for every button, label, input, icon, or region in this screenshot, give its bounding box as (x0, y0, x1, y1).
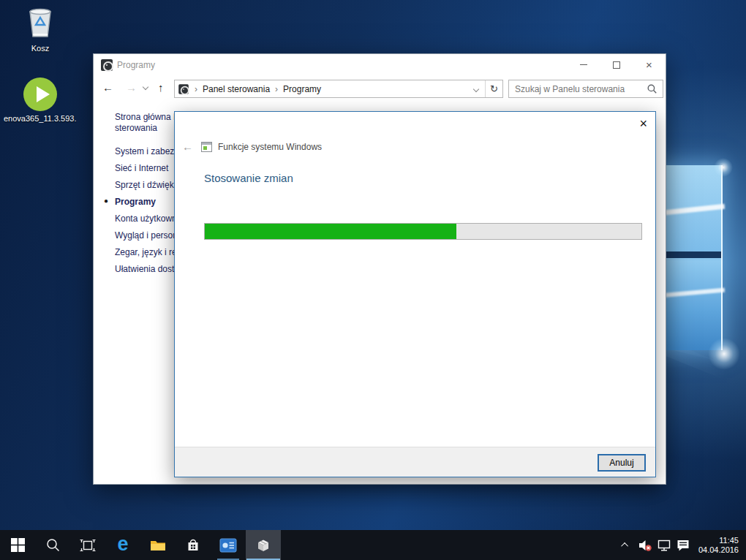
taskbar-enova365-button[interactable] (211, 530, 246, 560)
control-panel-icon (178, 84, 189, 94)
history-dropdown-icon[interactable] (143, 84, 148, 90)
desktop-icon-recycle-bin[interactable]: Kosz (4, 6, 77, 53)
edge-icon: e (117, 534, 128, 554)
system-tray: 11:45 04.04.2016 (617, 530, 746, 560)
clock-time: 11:45 (698, 536, 739, 545)
taskbar-search-button[interactable] (35, 530, 70, 560)
maximize-button[interactable] (600, 54, 633, 75)
sidebar-item-network[interactable]: Sieć i Internet (115, 163, 168, 173)
maximize-icon (613, 61, 620, 69)
breadcrumb-separator-icon: › (195, 84, 197, 94)
sidebar-item-programs[interactable]: ● Programy (115, 197, 156, 207)
volume-button[interactable] (636, 530, 655, 560)
windows-features-dialog: × ← Funkcje systemu Windows Stosowanie z… (174, 111, 656, 477)
title-bar[interactable]: Programy × (94, 54, 666, 76)
sidebar-item-hardware[interactable]: Sprzęt i dźwięk (115, 180, 174, 190)
search-input[interactable] (509, 84, 647, 94)
close-button[interactable]: × (633, 54, 666, 75)
breadcrumb-separator-icon: › (275, 84, 278, 94)
dialog-back-button[interactable]: ← (182, 140, 193, 153)
network-button[interactable] (655, 530, 674, 560)
taskbar-file-explorer-button[interactable] (140, 530, 176, 560)
windows-logo-icon (11, 538, 25, 552)
progress-bar (204, 223, 642, 240)
desktop-icon-label: enova365_11.3.593... (4, 114, 77, 123)
desktop-icon-enova365[interactable]: enova365_11.3.593... (4, 77, 77, 123)
forward-button[interactable]: → (126, 81, 137, 94)
address-bar-controls: ↻ (467, 80, 502, 97)
progress-bar-fill (205, 224, 456, 239)
up-button[interactable]: ↑ (158, 81, 164, 94)
breadcrumb-programy[interactable]: Programy (283, 84, 321, 94)
start-button[interactable] (0, 530, 35, 560)
active-bullet-icon: ● (104, 197, 108, 205)
minimize-icon (580, 64, 587, 65)
tray-expand-button[interactable] (617, 530, 636, 560)
caption-buttons: × (567, 54, 666, 75)
recycle-bin-icon (23, 6, 57, 39)
task-view-icon (80, 539, 96, 552)
search-icon[interactable] (647, 84, 657, 94)
windows-installer-icon (255, 537, 271, 553)
pane-corner-glow (708, 338, 740, 370)
taskbar: e (0, 530, 746, 560)
dialog-close-button[interactable]: × (639, 117, 647, 130)
taskbar-clock[interactable]: 11:45 04.04.2016 (693, 536, 746, 555)
minimize-button[interactable] (567, 54, 600, 75)
taskbar-store-button[interactable] (176, 530, 211, 560)
search-box (508, 80, 663, 98)
pane-corner-glow (714, 158, 733, 177)
play-icon (23, 77, 57, 111)
dialog-header: ← Funkcje systemu Windows (182, 140, 322, 153)
dialog-title: Funkcje systemu Windows (218, 142, 322, 152)
sidebar-item-label: Programy (115, 197, 156, 207)
control-panel-icon (101, 59, 113, 71)
navigation-bar: ← → ↑ › Panel sterowania › Programy ↻ (94, 76, 666, 102)
dialog-footer: Anuluj (175, 447, 655, 477)
enova365-app-icon (219, 538, 237, 553)
store-icon (186, 538, 200, 553)
breadcrumb-panel-sterowania[interactable]: Panel sterowania (203, 84, 270, 94)
desktop-icon-label: Kosz (4, 44, 77, 53)
address-dropdown-button[interactable] (467, 80, 485, 97)
action-center-icon (676, 538, 690, 553)
clock-date: 04.04.2016 (698, 545, 739, 555)
desktop: Kosz enova365_11.3.593... Programy × ← →… (0, 0, 746, 560)
cancel-button[interactable]: Anuluj (598, 454, 646, 472)
back-button[interactable]: ← (102, 81, 113, 94)
action-center-button[interactable] (674, 530, 693, 560)
taskbar-edge-button[interactable]: e (105, 530, 140, 560)
refresh-button[interactable]: ↻ (485, 80, 502, 97)
chevron-up-icon (622, 542, 629, 550)
file-explorer-icon (150, 539, 166, 552)
taskbar-windows-installer-button[interactable] (246, 530, 281, 560)
network-icon (657, 539, 671, 552)
address-bar[interactable]: › Panel sterowania › Programy ↻ (174, 80, 503, 98)
windows-features-icon (201, 142, 212, 152)
window-title: Programy (117, 60, 155, 70)
chevron-down-icon (473, 86, 479, 91)
task-view-button[interactable] (70, 530, 105, 560)
close-icon: × (646, 59, 652, 70)
dialog-heading: Stosowanie zmian (204, 172, 293, 184)
volume-muted-icon (638, 538, 652, 553)
search-icon (46, 538, 60, 552)
